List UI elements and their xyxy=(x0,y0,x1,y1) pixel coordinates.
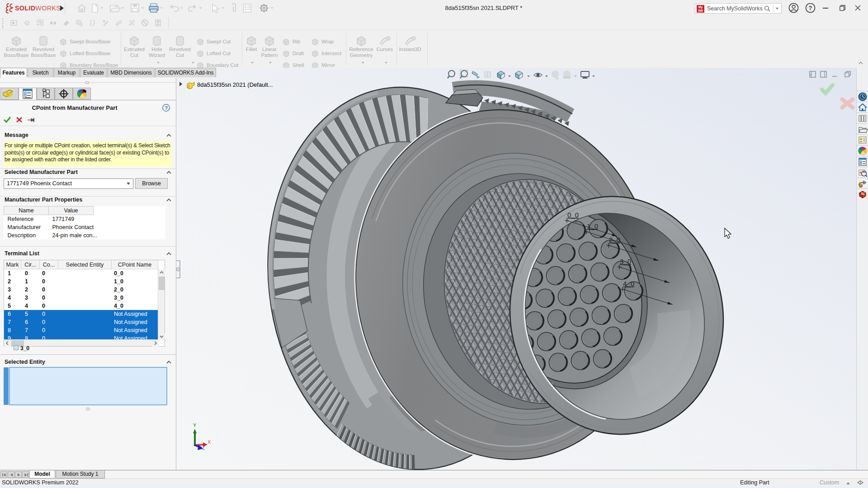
svg-text:@: @ xyxy=(859,185,862,188)
svg-text:X: X xyxy=(208,439,211,445)
svg-text:?: ? xyxy=(809,5,812,11)
svg-text:3_0: 3_0 xyxy=(620,258,631,265)
svg-text:8da515f35sn 2021 (Default...: 8da515f35sn 2021 (Default... xyxy=(197,81,273,88)
svg-text:?: ? xyxy=(165,105,168,111)
svg-text:S: S xyxy=(861,192,863,196)
svg-text:Y: Y xyxy=(193,422,197,428)
svg-text:4_0: 4_0 xyxy=(623,280,634,287)
svg-text:2_0: 2_0 xyxy=(609,236,620,244)
svg-text:Z: Z xyxy=(202,446,205,450)
svg-text:1_0: 1_0 xyxy=(587,222,598,230)
svg-text:0_0: 0_0 xyxy=(567,211,579,219)
